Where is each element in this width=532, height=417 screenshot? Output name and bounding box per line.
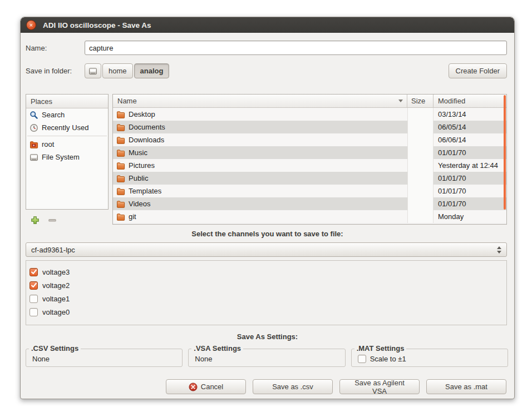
places-panel: Places Search Recently Used root File Sy… (26, 94, 109, 210)
file-size (407, 108, 434, 121)
create-folder-button[interactable]: Create Folder (449, 63, 507, 78)
add-place-button[interactable] (30, 215, 40, 225)
file-row[interactable]: Pictures Yesterday at 12:44 (113, 159, 506, 172)
channel-label: voltage2 (42, 281, 70, 290)
file-row[interactable]: Templates 01/01/70 (113, 185, 506, 197)
channel-label: voltage1 (42, 295, 70, 303)
vertical-scrollbar[interactable] (504, 95, 506, 210)
file-row[interactable]: Documents 06/05/14 (113, 121, 506, 133)
column-header-name[interactable]: Name (113, 95, 407, 107)
file-modified: 03/13/14 (434, 110, 506, 118)
file-row[interactable]: Public 01/01/70 (113, 172, 506, 185)
channel-checkbox[interactable] (29, 295, 38, 303)
file-name: Pictures (129, 161, 155, 170)
breadcrumb-analog-button[interactable]: analog (134, 63, 170, 78)
cancel-icon (189, 383, 198, 391)
device-select[interactable]: cf-ad9361-lpc (26, 242, 507, 257)
file-name: Public (129, 174, 148, 182)
file-row[interactable]: Videos 01/01/70 (113, 197, 506, 210)
channel-checkbox[interactable] (29, 268, 38, 276)
file-size (407, 133, 434, 146)
vsa-settings-frame: .VSA Settings None (188, 349, 345, 367)
vsa-settings-title: .VSA Settings (191, 344, 243, 353)
mat-settings-frame: .MAT Settings Scale to ±1 (351, 349, 508, 367)
file-size (407, 172, 434, 185)
places-header[interactable]: Places (26, 95, 108, 108)
channel-row[interactable]: voltage1 (29, 292, 506, 305)
save-as-dialog: × ADI IIO oscilloscope - Save As Name: S… (20, 17, 515, 399)
places-item[interactable]: Recently Used (26, 121, 108, 134)
save-vsa-button[interactable]: Save as Agilent VSA (339, 379, 420, 394)
file-size (407, 159, 434, 172)
file-modified: 01/01/70 (434, 174, 506, 182)
channel-row[interactable]: voltage0 (29, 305, 506, 319)
breadcrumb-home-button[interactable]: home (102, 63, 133, 78)
drive-icon (29, 153, 38, 162)
file-list-panel: Name Size Modified Desktop 03/13/14 Docu… (112, 94, 507, 225)
channels-box: voltage3 voltage2 voltage1 voltage0 (26, 260, 507, 325)
file-list-header: Name Size Modified (113, 95, 506, 108)
file-name: Downloads (129, 136, 164, 144)
file-name: Documents (129, 123, 165, 131)
channel-row[interactable]: voltage3 (29, 265, 506, 279)
channel-checkbox[interactable] (29, 308, 38, 316)
channel-checkbox[interactable] (29, 281, 38, 290)
file-name: Music (129, 148, 147, 157)
folder-icon (116, 161, 125, 170)
places-item[interactable]: File System (26, 151, 108, 163)
clock-icon (29, 123, 38, 132)
places-item[interactable]: Search (26, 108, 108, 121)
folder-icon (116, 187, 125, 196)
save-in-folder-label: Save in folder: (26, 67, 85, 75)
folder-icon (116, 212, 125, 221)
column-header-size[interactable]: Size (407, 95, 433, 107)
places-item-label: root (42, 140, 54, 148)
file-modified: Monday (434, 212, 506, 221)
save-as-settings-heading: Save As Settings: (21, 332, 514, 341)
places-separator (27, 136, 107, 136)
channel-row[interactable]: voltage2 (29, 279, 506, 292)
channel-label: voltage3 (42, 268, 70, 276)
action-buttons: Cancel Save as .csv Save as Agilent VSA … (21, 379, 506, 394)
home-folder-icon (29, 140, 38, 149)
save-mat-button[interactable]: Save as .mat (426, 379, 506, 394)
folder-icon (116, 200, 125, 209)
breadcrumb-root-button[interactable] (85, 63, 101, 78)
sort-descending-icon (398, 100, 403, 102)
column-header-modified[interactable]: Modified (433, 95, 506, 107)
places-item-label: File System (42, 153, 80, 161)
browser-area: Places Search Recently Used root File Sy… (26, 94, 507, 225)
file-row[interactable]: Music 01/01/70 (113, 146, 506, 159)
folder-icon (116, 136, 125, 145)
file-row[interactable]: Downloads 06/06/14 (113, 133, 506, 146)
save-in-folder-row: Save in folder: home analog Create Folde… (21, 63, 514, 78)
file-row[interactable]: Desktop 03/13/14 (113, 108, 506, 121)
file-modified: 01/01/70 (434, 187, 506, 195)
spinner-arrows-icon (497, 246, 501, 254)
folder-icon (116, 110, 125, 119)
remove-place-button[interactable] (47, 215, 57, 225)
filename-input[interactable] (85, 41, 507, 55)
csv-settings-value: None (32, 355, 50, 363)
close-button[interactable]: × (26, 20, 36, 30)
save-csv-button[interactable]: Save as .csv (253, 379, 333, 394)
places-item-label: Recently Used (42, 123, 89, 132)
file-row[interactable]: git Monday (113, 210, 506, 223)
scale-checkbox[interactable] (358, 355, 366, 363)
file-size (407, 185, 434, 197)
file-name: Desktop (129, 110, 155, 118)
vsa-settings-value: None (195, 355, 212, 363)
scale-checkbox-label: Scale to ±1 (370, 355, 406, 363)
file-size (407, 197, 434, 210)
name-label: Name: (26, 44, 85, 52)
places-item-label: Search (42, 111, 65, 119)
channels-prompt: Select the channels you want to save to … (21, 230, 514, 238)
cancel-button[interactable]: Cancel (166, 379, 246, 394)
file-size (407, 210, 434, 223)
titlebar[interactable]: × ADI IIO oscilloscope - Save As (21, 17, 514, 33)
places-item[interactable]: root (26, 138, 108, 151)
window-title: ADI IIO oscilloscope - Save As (43, 21, 151, 29)
search-icon (29, 111, 38, 120)
mat-settings-title: .MAT Settings (354, 344, 407, 353)
file-modified: Yesterday at 12:44 (434, 161, 506, 170)
